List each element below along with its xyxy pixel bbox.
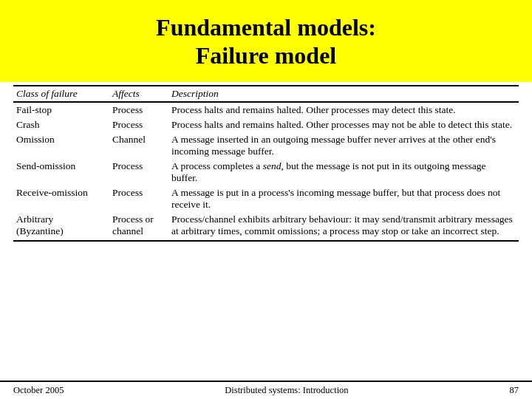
header-class: Class of failure [13, 86, 109, 102]
cell-affects: Channel [109, 132, 168, 159]
footer-title: Distributed systems: Introduction [225, 385, 348, 396]
header-description: Description [168, 86, 519, 102]
title-area: Fundamental models: Failure model [0, 0, 532, 82]
cell-affects: Process [109, 117, 168, 132]
footer: October 2005 Distributed systems: Introd… [0, 381, 532, 399]
failure-table: Class of failure Affects Description Fai… [13, 85, 519, 242]
table-row: Receive-omissionProcessA message is put … [13, 185, 519, 212]
cell-class: Arbitrary(Byzantine) [13, 212, 109, 241]
cell-description: A process completes a send, but the mess… [168, 159, 519, 185]
title-line2: Failure model [196, 42, 337, 69]
table-row: Fail-stopProcessProcess halts and remain… [13, 102, 519, 117]
table-row: CrashProcessProcess halts and remains ha… [13, 117, 519, 132]
slide-title: Fundamental models: Failure model [22, 13, 510, 70]
table-row: Arbitrary(Byzantine)Process or channelPr… [13, 212, 519, 241]
cell-affects: Process or channel [109, 212, 168, 241]
cell-affects: Process [109, 185, 168, 212]
title-line1: Fundamental models: [156, 14, 376, 41]
footer-page: 87 [510, 385, 519, 396]
cell-description: A message is put in a process's incoming… [168, 185, 519, 212]
table-header-row: Class of failure Affects Description [13, 86, 519, 102]
cell-description: Process/channel exhibits arbitrary behav… [168, 212, 519, 241]
slide: Fundamental models: Failure model Class … [0, 0, 532, 399]
footer-date: October 2005 [13, 385, 64, 396]
cell-class: Receive-omission [13, 185, 109, 212]
cell-description: Process halts and remains halted. Other … [168, 102, 519, 117]
cell-class: Omission [13, 132, 109, 159]
content-area: Class of failure Affects Description Fai… [0, 85, 532, 381]
cell-class: Send-omission [13, 159, 109, 185]
cell-description: A message inserted in an outgoing messag… [168, 132, 519, 159]
cell-description: Process halts and remains halted. Other … [168, 117, 519, 132]
cell-affects: Process [109, 102, 168, 117]
cell-class: Crash [13, 117, 109, 132]
table-row: OmissionChannelA message inserted in an … [13, 132, 519, 159]
cell-affects: Process [109, 159, 168, 185]
cell-class: Fail-stop [13, 102, 109, 117]
table-row: Send-omissionProcessA process completes … [13, 159, 519, 185]
header-affects: Affects [109, 86, 168, 102]
